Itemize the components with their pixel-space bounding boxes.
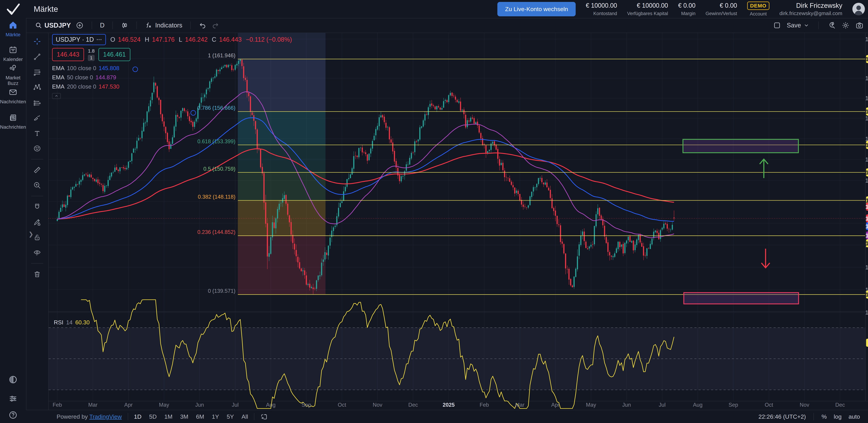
margin: € 0.00 Margin [678, 2, 695, 16]
svg-text:139.571: 139.571 [865, 291, 868, 298]
chart-area[interactable]: 1 (161.946)0.786 (156.666)0.618 (153.399… [49, 33, 868, 410]
sidebar-item-nachrichten-mail[interactable]: Nachrichten [0, 88, 26, 104]
margin-value: € 0.00 [678, 2, 695, 9]
range-button-5y[interactable]: 5Y [227, 413, 234, 420]
ema-legend-row[interactable]: EMA 100 close 0 145.808 [52, 65, 292, 71]
xabcd-pattern-icon [33, 83, 41, 91]
preferences-button[interactable] [0, 394, 26, 404]
checkmark-logo-icon [6, 3, 20, 16]
camera-icon [856, 21, 864, 29]
fib-retracement-tool-button[interactable] [32, 67, 42, 78]
legend-symbol: USDJPY · 1D [56, 36, 94, 43]
scale-button-log[interactable]: log [834, 413, 841, 420]
profit-loss: € 0.00 Gewinn/Verlust [706, 2, 737, 16]
settings-button[interactable] [842, 21, 849, 29]
symbol-search-button[interactable]: USDJPY [35, 22, 71, 29]
legend-symbol-button[interactable]: USDJPY · 1D ••• [52, 34, 106, 45]
svg-text:Mar: Mar [88, 402, 97, 408]
quantity-field[interactable]: 1 [88, 55, 94, 61]
indicators-label: Indicators [155, 22, 182, 29]
account-type-label: Account [750, 11, 767, 17]
clock-timezone[interactable]: 22:26:46 (UTC+2) [758, 413, 806, 420]
hide-drawings-button[interactable] [32, 247, 42, 258]
ema-name: EMA [52, 65, 65, 71]
circle-marker [191, 111, 196, 115]
range-button-1d[interactable]: 1D [134, 413, 142, 420]
range-button-5d[interactable]: 5D [149, 413, 157, 420]
projection-tool-button[interactable] [32, 97, 42, 108]
ema-legend-row[interactable]: EMA 200 close 0 147.530 [52, 83, 292, 90]
sidebar-item-nachrichten-news[interactable]: Nachrichten [0, 113, 26, 130]
sidebar-item-market-buzz[interactable]: Market Buzz [0, 64, 26, 86]
emoji-tool-button[interactable] [32, 143, 42, 154]
indicators-button[interactable]: Indicators [145, 21, 182, 29]
pattern-tool-button[interactable] [32, 82, 42, 93]
scale-button-auto[interactable]: auto [848, 413, 860, 420]
ema-value: 145.808 [99, 65, 119, 71]
brand-logo[interactable] [0, 0, 26, 18]
svg-text:Jun: Jun [195, 402, 204, 408]
layout-button[interactable] [773, 22, 781, 29]
toolbar-divider [128, 413, 128, 420]
range-button-1y[interactable]: 1Y [212, 413, 219, 420]
interval-button[interactable]: D [100, 22, 104, 29]
crosshair-tool-button[interactable] [32, 36, 42, 47]
sell-button[interactable]: 146.443 [52, 48, 84, 61]
save-button[interactable]: Save [787, 22, 809, 29]
redo-button[interactable] [212, 21, 219, 29]
ema-name: EMA [52, 83, 65, 90]
switch-to-live-account-button[interactable]: Zu Live-Konto wechseln [497, 2, 576, 16]
ohlc-key: H [145, 36, 149, 43]
magnet-mode-button[interactable] [32, 202, 42, 212]
help-icon [8, 410, 18, 421]
crosshair-icon [33, 37, 41, 46]
theme-toggle-button[interactable] [0, 375, 26, 385]
help-button[interactable] [0, 410, 26, 421]
svg-text:142.000: 142.000 [865, 264, 868, 271]
tradingview-link[interactable]: TradingView [89, 413, 122, 420]
svg-text:144.879: 144.879 [865, 232, 868, 239]
zoom-in-tool-button[interactable] [32, 180, 42, 191]
svg-text:156.666: 156.666 [865, 108, 868, 115]
screenshot-button[interactable] [856, 21, 864, 29]
ohlc-value: 146.443 [219, 36, 242, 43]
range-button-3m[interactable]: 3M [180, 413, 188, 420]
trendline-tool-button[interactable] [32, 51, 42, 62]
remove-drawings-button[interactable] [32, 269, 42, 279]
svg-text:144.852: 144.852 [865, 240, 868, 247]
chevron-down-icon [803, 22, 809, 28]
more-options-icon[interactable]: ••• [96, 37, 102, 42]
goto-date-button[interactable] [260, 413, 268, 420]
brush-tool-button[interactable] [32, 113, 42, 123]
bottom-toolbar: Powered by TradingView 1D5D1M3M6M1Y5YAll… [26, 410, 868, 423]
avatar[interactable] [852, 3, 865, 15]
panel-collapse-chevron[interactable]: ❯ [28, 231, 33, 238]
plus-circle-icon [76, 21, 84, 29]
range-button-1m[interactable]: 1M [164, 413, 173, 420]
ohlc-values: O146.524H147.176L146.242C146.443−0.112 (… [111, 36, 292, 43]
ema-line [57, 92, 674, 238]
compare-add-button[interactable] [76, 21, 84, 29]
svg-text:Dec: Dec [835, 402, 845, 408]
svg-text:156.000: 156.000 [865, 115, 868, 122]
undo-button[interactable] [198, 21, 207, 29]
rsi-title: RSI [54, 319, 63, 326]
ohlc-value: 147.176 [152, 36, 175, 43]
drawing-mode-button[interactable] [32, 217, 42, 228]
ohlc-value: 146.524 [118, 36, 141, 43]
ema-legend-row[interactable]: EMA 50 close 0 144.879 [52, 74, 292, 81]
legend-collapse-button[interactable] [52, 93, 61, 99]
measure-tool-button[interactable] [32, 164, 42, 175]
toolbar-divider [31, 159, 43, 159]
svg-text:158.000: 158.000 [865, 95, 868, 101]
range-button-all[interactable]: All [242, 413, 248, 420]
scale-button-%[interactable]: % [822, 413, 827, 420]
sidebar-item-maerkte[interactable]: Märkte [0, 21, 26, 37]
quick-search-button[interactable] [828, 21, 836, 29]
sidebar-item-kalender[interactable]: Kalender [0, 46, 26, 62]
range-button-6m[interactable]: 6M [196, 413, 204, 420]
text-tool-button[interactable] [32, 128, 42, 139]
buy-button[interactable]: 146.461 [98, 48, 130, 61]
chart-style-button[interactable] [121, 22, 128, 29]
capital-value: € 10000.00 [637, 2, 668, 9]
